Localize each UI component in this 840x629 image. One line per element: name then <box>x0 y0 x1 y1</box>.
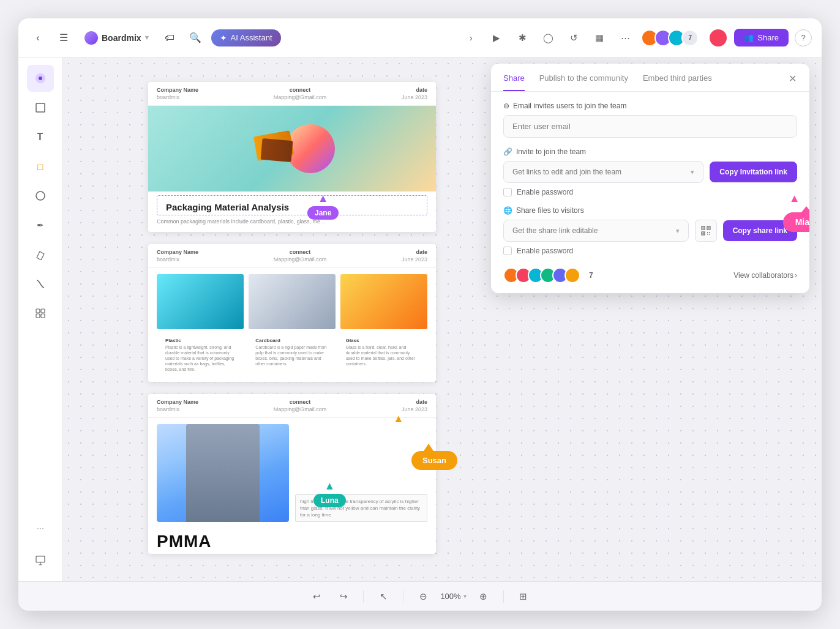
slide-2-label-cardboard-text: Cardboard <box>247 335 337 344</box>
pointer-button[interactable]: ↖ <box>373 587 393 606</box>
chat-button[interactable]: ◯ <box>538 28 558 48</box>
share-files-section: 🌐 Share files to visitors Get the share … <box>503 206 797 255</box>
mia-arrow-tip <box>801 206 809 212</box>
sidebar-tool-frame[interactable] <box>27 94 54 121</box>
sidebar-tool-more[interactable]: ⋯ <box>27 515 54 542</box>
slides-container: Company Name boardmix connect Mapping@Gm… <box>148 82 436 554</box>
back-button[interactable]: ‹ <box>28 28 48 48</box>
play-button[interactable]: ▶ <box>487 28 506 48</box>
slide-1-date-label: date <box>416 87 427 93</box>
slide-2-email: Mapping@Gmail.com <box>274 256 327 262</box>
chevron-down-icon: ▾ <box>145 34 149 42</box>
luna-cursor-arrow: ▲ <box>324 480 335 493</box>
jane-cursor-tag: Jane <box>307 206 339 220</box>
ai-label: AI Assistant <box>231 33 272 42</box>
boardmix-logo-icon <box>84 31 98 45</box>
slide-2-img-cardboard <box>249 274 336 329</box>
search-button[interactable]: 🔍 <box>186 28 205 48</box>
slide-2-sub: boardmix <box>157 256 198 262</box>
jane-cursor-arrow: ▲ <box>318 192 329 205</box>
expand-button[interactable]: › <box>461 28 481 48</box>
chart-button[interactable]: ▦ <box>590 28 609 48</box>
sidebar-tool-sticky[interactable]: ◻ <box>27 153 54 180</box>
email-invite-input[interactable] <box>503 115 797 138</box>
slide-1-email: Mapping@Gmail.com <box>274 94 327 100</box>
view-collaborators-link[interactable]: View collaborators › <box>733 271 797 280</box>
email-section-icon: ⊖ <box>503 102 509 110</box>
left-sidebar: T ◻ ✒ ⋯ <box>18 58 62 581</box>
slide-2-company: Company Name <box>157 249 198 255</box>
share-link-input[interactable]: Get the share link editable ▾ <box>503 220 689 242</box>
avatar-group: 7 <box>641 29 699 47</box>
cursor-jane: ▲ Jane <box>307 192 339 220</box>
share-label: Share <box>757 33 779 42</box>
share-files-section-label: 🌐 Share files to visitors <box>503 206 797 215</box>
slide-3-sub: boardmix <box>157 406 198 412</box>
bottom-toolbar-divider <box>363 590 364 603</box>
sidebar-tool-shape[interactable] <box>27 182 54 209</box>
slide-3-company: Company Name <box>157 399 198 405</box>
invite-link-input[interactable]: Get links to edit and join the team ▾ <box>503 161 703 183</box>
menu-button[interactable]: ☰ <box>54 28 73 48</box>
more-options-button[interactable]: ⋯ <box>615 28 635 48</box>
invite-link-text: Get links to edit and join the team <box>512 168 687 176</box>
redo-button[interactable]: ↪ <box>334 587 353 606</box>
zoom-level: 100% <box>440 592 460 601</box>
share-password-checkbox[interactable] <box>503 247 512 255</box>
zoom-in-button[interactable]: ⊕ <box>474 587 493 606</box>
zoom-out-button[interactable]: ⊖ <box>413 587 433 606</box>
slide-3-date-label: date <box>416 399 427 405</box>
susan-label-offset: Susan <box>411 444 457 470</box>
layout-button[interactable]: ⊞ <box>514 587 533 606</box>
ai-assistant-button[interactable]: ✦ AI Assistant <box>211 29 281 47</box>
canvas-area[interactable]: Company Name boardmix connect Mapping@Gm… <box>62 58 822 581</box>
share-tab-share[interactable]: Share <box>503 73 525 91</box>
invite-dropdown-arrow: ▾ <box>691 168 694 176</box>
sidebar-tool-text[interactable]: T <box>27 124 54 151</box>
invite-password-checkbox[interactable] <box>503 188 512 196</box>
slide-1-hero <box>148 106 436 192</box>
invite-section-icon: 🔗 <box>503 147 512 156</box>
share-panel-close-button[interactable]: ✕ <box>785 71 800 86</box>
share-button[interactable]: 👥 Share <box>734 29 789 47</box>
sidebar-tool-select[interactable] <box>27 65 54 92</box>
sidebar-tool-component[interactable] <box>27 300 54 327</box>
slide-3-image <box>157 424 289 522</box>
brand-name: Boardmix <box>102 33 141 43</box>
cursor-group-button[interactable]: ✱ <box>512 28 532 48</box>
collaborators-row: 7 View collaborators › <box>503 265 797 283</box>
copy-invitation-button[interactable]: Copy Invitation link <box>710 162 797 182</box>
toolbar: ‹ ☰ Boardmix ▾ 🏷 🔍 ✦ AI Assistant › ▶ ✱ … <box>18 18 822 58</box>
slide-1-company: Company Name <box>157 87 198 93</box>
zoom-dropdown-icon: ▾ <box>463 593 467 600</box>
svg-point-1 <box>39 76 42 80</box>
sidebar-tool-pen[interactable]: ✒ <box>27 212 54 239</box>
svg-rect-14 <box>702 233 703 234</box>
slide-2-img-glass <box>340 274 427 329</box>
email-invite-section: ⊖ Email invites users to join the team <box>503 102 797 138</box>
brand-logo[interactable]: Boardmix ▾ <box>80 29 154 47</box>
hero-sphere <box>286 124 335 173</box>
email-section-label: ⊖ Email invites users to join the team <box>503 102 797 110</box>
invite-section: 🔗 Invite to join the team Get links to e… <box>503 147 797 196</box>
tag-button[interactable]: 🏷 <box>160 28 179 48</box>
svg-rect-6 <box>36 314 40 318</box>
qr-code-button[interactable] <box>695 220 717 242</box>
share-tab-embed[interactable]: Embed third parties <box>643 73 712 91</box>
help-button[interactable]: ? <box>795 29 812 47</box>
share-panel: Share Publish to the community Embed thi… <box>491 64 809 293</box>
sidebar-tool-presentation[interactable] <box>27 547 54 574</box>
invite-link-row: Get links to edit and join the team ▾ Co… <box>503 161 797 183</box>
sidebar-tool-connector[interactable] <box>27 270 54 297</box>
undo-button[interactable]: ↩ <box>307 587 326 606</box>
timer-button[interactable]: ↺ <box>564 28 583 48</box>
share-tab-community[interactable]: Publish to the community <box>539 73 628 91</box>
share-password-label: Enable password <box>517 247 573 255</box>
svg-rect-12 <box>702 228 703 229</box>
invite-password-label: Enable password <box>517 188 573 196</box>
svg-point-3 <box>36 192 45 200</box>
slide-2-label-glass: Glass Glass is a hard, clear, hard, and … <box>337 335 427 377</box>
share-dropdown-arrow: ▾ <box>676 227 680 235</box>
sidebar-tool-eraser[interactable] <box>27 241 54 268</box>
collab-avatars <box>503 267 580 283</box>
